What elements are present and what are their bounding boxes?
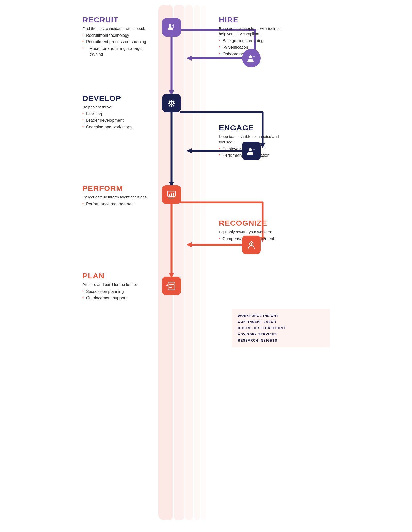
- svg-text:*: *: [253, 148, 255, 152]
- svg-marker-34: [186, 242, 192, 247]
- recruit-bullet-2: Recruitment process outsourcing: [82, 39, 148, 45]
- perform-subtitle: Collect data to inform talent decisions:: [82, 194, 148, 200]
- plan-subtitle: Prepare and build for the future:: [82, 282, 148, 287]
- develop-title: DEVELOP: [82, 94, 148, 103]
- svg-rect-9: [171, 100, 172, 101]
- develop-to-perform-arrow: [162, 112, 185, 192]
- perform-section: PERFORM Collect data to inform talent de…: [82, 184, 148, 208]
- recruit-title: RECRUIT: [82, 15, 148, 24]
- perform-title: PERFORM: [82, 184, 148, 193]
- svg-marker-5: [186, 56, 192, 61]
- recruit-subtitle: Find the best candidates with speed:: [82, 26, 148, 31]
- svg-rect-14: [173, 105, 175, 107]
- engage-title: ENGAGE: [219, 124, 288, 132]
- perform-icon: [162, 185, 181, 204]
- perform-icon-container: [162, 185, 181, 204]
- hire-subtitle: Bring on new people — with tools to help…: [219, 26, 288, 37]
- engage-icon: *: [242, 142, 261, 160]
- plan-title: PLAN: [82, 272, 148, 280]
- perform-bullets: Performance management: [82, 201, 148, 207]
- service-item-5: RESEARCH INSIGHTS: [238, 339, 323, 342]
- svg-point-8: [171, 102, 172, 104]
- svg-point-32: [251, 243, 252, 245]
- hire-bullet-1: Background screening: [219, 38, 288, 44]
- plan-bullet-2: Outplacement support: [82, 295, 148, 301]
- svg-rect-16: [168, 105, 170, 107]
- hire-icon-container: +: [242, 49, 261, 67]
- plan-bullet-1: Succession planning: [82, 289, 148, 294]
- svg-point-0: [169, 24, 171, 27]
- recruit-icon-container: [162, 18, 181, 37]
- develop-bullet-3: Coaching and workshops: [82, 124, 148, 130]
- recruit-icon: [162, 18, 181, 37]
- svg-rect-27: [171, 193, 172, 196]
- svg-point-3: [249, 55, 252, 58]
- develop-bullet-2: Leader development: [82, 118, 148, 123]
- recognize-icon-container: [242, 236, 261, 254]
- recruit-bullet-3: Recruiter and hiring manager training: [82, 46, 148, 57]
- recruit-to-develop-arrow: [162, 27, 185, 99]
- perform-bullet-1: Performance management: [82, 201, 148, 207]
- recognize-title: RECOGNIZE: [219, 219, 288, 228]
- plan-icon-container: [162, 277, 181, 295]
- svg-point-1: [172, 24, 174, 27]
- recruit-section: RECRUIT Find the best candidates with sp…: [82, 15, 148, 58]
- svg-point-18: [249, 148, 252, 151]
- service-item-1: WORKFORCE INSIGHT: [238, 314, 323, 318]
- services-section: WORKFORCE INSIGHT CONTINGENT LABOR DIGIT…: [232, 309, 330, 347]
- svg-rect-28: [173, 193, 174, 196]
- develop-section: DEVELOP Help talent thrive: Learning Lea…: [82, 94, 148, 131]
- plan-section: PLAN Prepare and build for the future: S…: [82, 272, 148, 302]
- service-item-2: CONTINGENT LABOR: [238, 320, 323, 324]
- svg-point-33: [251, 241, 252, 242]
- recruit-bullets: Recruitment technology Recruitment proce…: [82, 33, 148, 57]
- recognize-icon: [242, 236, 261, 254]
- svg-rect-26: [169, 194, 170, 196]
- svg-rect-11: [168, 103, 169, 104]
- develop-bullets: Learning Leader development Coaching and…: [82, 111, 148, 130]
- svg-marker-20: [186, 148, 192, 153]
- service-item-4: ADVISORY SERVICES: [238, 333, 323, 336]
- develop-subtitle: Help talent thrive:: [82, 104, 148, 110]
- plan-bullets: Succession planning Outplacement support: [82, 289, 148, 301]
- hire-title: HIRE: [219, 15, 288, 24]
- svg-rect-10: [171, 105, 172, 107]
- develop-bullet-1: Learning: [82, 111, 148, 117]
- develop-icon-container: [162, 94, 181, 112]
- recruit-bullet-1: Recruitment technology: [82, 33, 148, 38]
- service-item-3: DIGITAL HR STOREFRONT: [238, 326, 323, 330]
- recognize-subtitle: Equitably reward your workers:: [219, 229, 288, 234]
- plan-icon: [162, 277, 181, 295]
- hire-icon: +: [242, 49, 261, 67]
- develop-icon: [162, 94, 181, 112]
- svg-rect-12: [174, 103, 175, 104]
- svg-text:+: +: [253, 55, 255, 59]
- svg-marker-39: [166, 284, 168, 286]
- engage-icon-container: *: [242, 142, 261, 160]
